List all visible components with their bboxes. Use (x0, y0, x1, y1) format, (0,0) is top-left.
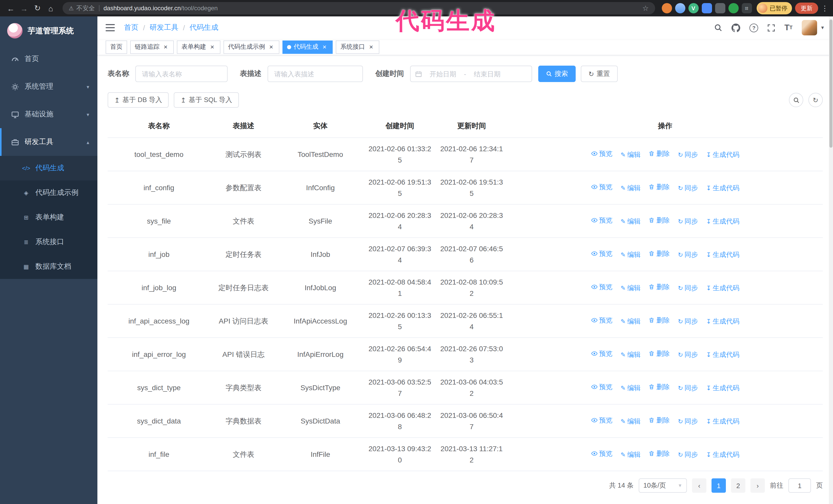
extension-icon-7[interactable]: ⌗ (741, 3, 752, 13)
import-sql-button[interactable]: ↥ 基于 SQL 导入 (174, 92, 239, 108)
extension-icon-vue[interactable]: V (688, 3, 698, 13)
sidebar-item-system[interactable]: 系统管理 ▾ (0, 73, 97, 100)
browser-update-button[interactable]: 更新 (795, 3, 818, 14)
preview-link[interactable]: 预览 (591, 415, 612, 426)
browser-forward-button[interactable]: → (18, 2, 31, 15)
sync-link[interactable]: ↻ 同步 (678, 416, 698, 427)
generate-code-link[interactable]: ↧ 生成代码 (706, 249, 739, 261)
sidebar-item-infra[interactable]: 基础设施 ▾ (0, 100, 97, 128)
breadcrumb-devtools[interactable]: 研发工具 (150, 23, 178, 32)
date-range-picker[interactable]: - (410, 66, 532, 82)
toggle-search-button[interactable] (789, 93, 803, 107)
hamburger-icon[interactable] (105, 24, 115, 31)
preview-link[interactable]: 预览 (591, 182, 612, 193)
browser-menu-icon[interactable]: ⋮ (821, 4, 829, 12)
sidebar-item-codegen-example[interactable]: ◈ 代码生成示例 (0, 181, 97, 205)
sync-link[interactable]: ↻ 同步 (678, 350, 698, 361)
generate-code-link[interactable]: ↧ 生成代码 (706, 316, 739, 327)
sidebar-item-api[interactable]: ≣ 系统接口 (0, 230, 97, 254)
delete-link[interactable]: 删除 (649, 348, 670, 359)
browser-reload-button[interactable]: ↻ (31, 2, 44, 15)
font-size-icon[interactable]: TT (784, 24, 792, 32)
reset-button[interactable]: ↻ 重置 (581, 66, 618, 82)
edit-link[interactable]: ✎ 编辑 (620, 183, 641, 194)
generate-code-link[interactable]: ↧ 生成代码 (706, 416, 739, 427)
github-icon[interactable] (732, 23, 740, 32)
tag-form-build[interactable]: 表单构建 × (177, 40, 220, 54)
help-icon[interactable]: ? (749, 23, 758, 32)
generate-code-link[interactable]: ↧ 生成代码 (706, 383, 739, 394)
search-button[interactable]: 搜索 (538, 66, 576, 82)
generate-code-link[interactable]: ↧ 生成代码 (706, 149, 739, 161)
start-date-input[interactable] (424, 70, 462, 78)
tag-codegen-example[interactable]: 代码生成示例 × (223, 40, 279, 54)
edit-link[interactable]: ✎ 编辑 (620, 283, 641, 294)
delete-link[interactable]: 删除 (649, 381, 670, 393)
preview-link[interactable]: 预览 (591, 348, 612, 359)
edit-link[interactable]: ✎ 编辑 (620, 449, 641, 461)
preview-link[interactable]: 预览 (591, 448, 612, 459)
page-button-1[interactable]: 1 (712, 478, 726, 493)
browser-profile-chip[interactable]: 已暂停 (756, 2, 792, 14)
sync-link[interactable]: ↻ 同步 (678, 149, 698, 161)
preview-link[interactable]: 预览 (591, 282, 612, 293)
edit-link[interactable]: ✎ 编辑 (620, 350, 641, 361)
edit-link[interactable]: ✎ 编辑 (620, 416, 641, 427)
extension-icon-1[interactable] (662, 3, 672, 13)
extension-icon-5[interactable] (715, 3, 725, 13)
prev-page-button[interactable]: ‹ (692, 478, 706, 493)
tag-home[interactable]: 首页 (105, 40, 127, 54)
import-db-button[interactable]: ↥ 基于 DB 导入 (108, 92, 169, 108)
generate-code-link[interactable]: ↧ 生成代码 (706, 283, 739, 294)
preview-link[interactable]: 预览 (591, 381, 612, 393)
delete-link[interactable]: 删除 (649, 215, 670, 226)
sidebar-item-devtools[interactable]: 研发工具 ▴ (0, 128, 97, 156)
edit-link[interactable]: ✎ 编辑 (620, 316, 641, 327)
preview-link[interactable]: 预览 (591, 315, 612, 326)
edit-link[interactable]: ✎ 编辑 (620, 216, 641, 227)
extension-icon-6[interactable] (728, 3, 738, 13)
preview-link[interactable]: 预览 (591, 148, 612, 160)
delete-link[interactable]: 删除 (649, 315, 670, 326)
table-desc-input[interactable] (268, 66, 363, 82)
sidebar-item-form-build[interactable]: ⊞ 表单构建 (0, 205, 97, 230)
generate-code-link[interactable]: ↧ 生成代码 (706, 449, 739, 461)
sync-link[interactable]: ↻ 同步 (678, 216, 698, 227)
sync-link[interactable]: ↻ 同步 (678, 316, 698, 327)
edit-link[interactable]: ✎ 编辑 (620, 383, 641, 394)
tag-trace[interactable]: 链路追踪 × (130, 40, 174, 54)
extension-icon-4[interactable] (701, 3, 712, 13)
edit-link[interactable]: ✎ 编辑 (620, 249, 641, 261)
sync-link[interactable]: ↻ 同步 (678, 449, 698, 461)
sidebar-item-db-doc[interactable]: ▦ 数据库文档 (0, 254, 97, 279)
bookmark-star-icon[interactable]: ☆ (642, 4, 649, 12)
tag-api[interactable]: 系统接口 × (336, 40, 379, 54)
preview-link[interactable]: 预览 (591, 248, 612, 259)
generate-code-link[interactable]: ↧ 生成代码 (706, 216, 739, 227)
extension-icon-2[interactable] (675, 3, 685, 13)
delete-link[interactable]: 删除 (649, 248, 670, 259)
next-page-button[interactable]: › (751, 478, 765, 493)
edit-link[interactable]: ✎ 编辑 (620, 149, 641, 161)
delete-link[interactable]: 删除 (649, 448, 670, 459)
scrollbar-thumb[interactable] (829, 20, 832, 148)
sync-link[interactable]: ↻ 同步 (678, 383, 698, 394)
avatar-menu[interactable]: ▼ (802, 20, 825, 35)
search-icon[interactable] (714, 24, 722, 32)
breadcrumb-home[interactable]: 首页 (124, 23, 138, 32)
address-bar[interactable]: ⚠ 不安全 dashboard.yudao.iocoder.cn /tool/c… (63, 2, 655, 14)
page-button-2[interactable]: 2 (731, 478, 745, 493)
preview-link[interactable]: 预览 (591, 215, 612, 226)
close-icon[interactable]: × (209, 43, 216, 50)
close-icon[interactable]: × (321, 43, 328, 50)
sidebar-item-home[interactable]: 首页 (0, 45, 97, 73)
browser-home-button[interactable]: ⌂ (44, 2, 57, 15)
generate-code-link[interactable]: ↧ 生成代码 (706, 350, 739, 361)
goto-page-input[interactable] (788, 478, 811, 493)
tag-codegen[interactable]: 代码生成 × (282, 40, 333, 54)
close-icon[interactable]: × (367, 43, 375, 50)
table-name-input[interactable] (135, 66, 228, 82)
delete-link[interactable]: 删除 (649, 415, 670, 426)
app-logo-row[interactable]: 芋道管理系统 (0, 17, 97, 45)
generate-code-link[interactable]: ↧ 生成代码 (706, 183, 739, 194)
